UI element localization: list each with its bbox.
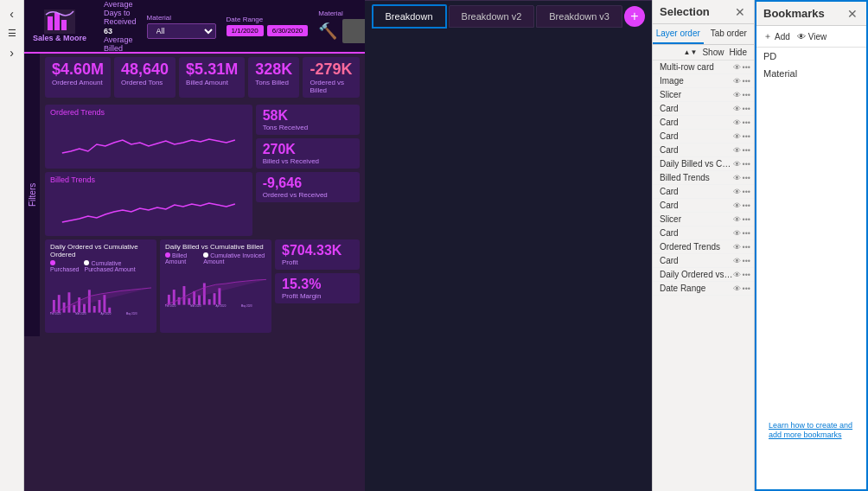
add-bookmark-button[interactable]: ＋ Add [763,30,790,42]
svg-text:Feb 2020: Feb 2020 [165,304,176,308]
bookmark-item-pd[interactable]: PD [756,48,866,65]
ordered-vs-received-card: -9,646 Ordered vs Received [256,172,360,202]
material-select[interactable]: All [147,23,216,39]
sel-item-date-range[interactable]: Date Range 👁••• [653,282,754,296]
daily-ordered-svg: Feb 2020 Mar 2020 Apr 2020 May 2020 [50,274,151,326]
sel-item-card6[interactable]: Card 👁••• [653,199,754,213]
tab-tab-order[interactable]: Tab order [704,24,755,44]
tab-breakdown[interactable]: Breakdown [372,4,447,29]
sel-item-card5[interactable]: Card 👁••• [653,185,754,199]
metric-val-4: -279K [310,61,352,79]
main-db-body: Filters $4.60M Ordered Amount 48,640 [24,54,365,336]
metric-lbl-1: Ordered Tons [121,79,169,86]
date-start-btn[interactable]: 1/1/2020 [227,25,264,36]
svg-rect-4 [53,300,55,313]
dashboard-header: Sales & Moore 52 Average Days to Receive… [24,0,365,54]
sel-item-slicer2[interactable]: Slicer 👁••• [653,213,754,226]
material-image [342,19,364,43]
right-panels: Selection ✕ Layer order Tab order ▲▼ Sho… [652,0,868,491]
sel-item-label-13: Ordered Trends [660,242,733,252]
eye-icon-3: 👁 [733,105,741,113]
eye-icon-4: 👁 [733,118,741,127]
dot-icon-9: ••• [743,188,750,196]
view-bookmark-button[interactable]: 👁 View [797,32,827,41]
metric-val-1: 48,640 [121,61,169,79]
sel-item-image[interactable]: Image 👁••• [653,74,754,88]
date-row: 1/1/2020 6/30/2020 [227,25,309,36]
sel-item-label-7: Daily Billed vs Cumul... [660,159,733,169]
svg-rect-10 [83,304,86,313]
bottom-tabs-bar: Breakdown Breakdown v2 Breakdown v3 + [365,0,652,31]
metric-lbl-4: Ordered vs Billed [310,79,352,94]
daily-billed-title: Daily Billed vs Cumulative Billed [165,243,266,251]
sel-item-slicer1[interactable]: Slicer 👁••• [653,88,754,102]
sel-item-daily-billed-cumul[interactable]: Daily Billed vs Cumul... 👁••• [653,157,754,171]
svg-rect-29 [214,293,216,304]
sel-item-card3[interactable]: Card 👁••• [653,130,754,143]
dot-icon-15: ••• [743,271,750,279]
sel-item-icons-6: 👁••• [733,146,750,155]
tab-layer-order[interactable]: Layer order [653,24,704,44]
dot-icon-3: ••• [743,105,750,113]
ordered-trends-card: Ordered Trends [45,105,252,169]
eye-icon-16: 👁 [733,284,741,293]
sel-item-icons-10: 👁••• [733,201,750,210]
legend-dot-invoiced: Cumulative Invoiced Amount [203,252,266,265]
sel-item-billed-trends[interactable]: Billed Trends 👁••• [653,171,754,185]
sel-item-ordered-trends[interactable]: Ordered Trends 👁••• [653,240,754,254]
dot-icon-12: ••• [743,229,750,238]
metric-val-2: $5.31M [186,61,238,79]
selection-panel-close[interactable]: ✕ [733,6,747,18]
tab-breakdown-v3[interactable]: Breakdown v3 [536,5,622,28]
tab-breakdown-v2[interactable]: Breakdown v2 [449,5,535,28]
add-page-button[interactable]: + [624,6,645,27]
chart-right: 58K Tons Received 270K Billed vs Receive… [256,105,360,236]
dot-icon-14: ••• [743,257,750,265]
selection-panel-title: Selection [660,5,710,18]
material-filter: Material All [147,14,216,39]
sel-item-card1[interactable]: Card 👁••• [653,102,754,116]
dashboard-area: Sales & Moore 52 Average Days to Receive… [24,0,365,491]
dot-icon-13: ••• [743,243,750,252]
sel-item-icons-14: 👁••• [733,257,750,265]
arrow-left-icon[interactable]: ‹ [10,7,14,21]
profit-card: $704.33K Profit [275,239,360,270]
metric-lbl-3: Tons Billed [255,79,292,86]
metric-val-0: $4.60M [52,61,104,79]
bookmark-item-material[interactable]: Material [756,65,866,82]
sel-item-icons-8: 👁••• [733,174,750,182]
sel-item-daily-ordered-cu[interactable]: Daily Ordered vs Cu... 👁••• [653,268,754,282]
logo-text: Sales & Moore [33,34,86,42]
daily-ordered-legend: Purchased Cumulative Purchased Amount [50,260,151,272]
sel-item-icons-9: 👁••• [733,188,750,196]
sel-item-multirow[interactable]: Multi-row card 👁••• [653,61,754,74]
arrow-right-icon[interactable]: › [10,46,14,60]
filter-icon[interactable]: ☰ [8,28,16,39]
profit-margin-card: 15.3% Profit Margin [275,273,360,303]
sel-item-icons-5: 👁••• [733,132,750,141]
sel-item-card4[interactable]: Card 👁••• [653,143,754,157]
filters-side-label[interactable]: Filters [24,54,40,336]
svg-text:May 2020: May 2020 [126,312,137,316]
logo-svg [44,10,75,34]
bookmarks-panel-close[interactable]: ✕ [846,8,859,20]
sel-item-card7[interactable]: Card 👁••• [653,226,754,240]
sel-item-label-15: Daily Ordered vs Cu... [660,270,733,279]
stat1-label: Average Days to Received [104,0,137,26]
dot-icon-4: ••• [743,118,750,127]
dot-icon-11: ••• [743,215,750,224]
metric-tons-billed: 328K Tons Billed [248,57,299,98]
learn-bookmarks-link[interactable]: Learn how to create and add more bookmar… [762,416,868,446]
svg-rect-3 [61,20,67,30]
stat2-num: 63 [104,27,112,35]
date-end-btn[interactable]: 6/30/2020 [267,25,309,36]
selection-tabs: Layer order Tab order [653,24,754,45]
sel-item-card8[interactable]: Card 👁••• [653,254,754,268]
sel-item-label-9: Card [660,187,733,196]
sel-item-card2[interactable]: Card 👁••• [653,116,754,130]
svg-text:Mar 2020: Mar 2020 [75,312,86,316]
app-container: ‹ ☰ › [0,0,868,491]
billed-trends-card: Billed Trends [45,172,252,236]
svg-rect-1 [48,16,53,30]
db-inner: Sales & Moore 52 Average Days to Receive… [24,0,652,491]
